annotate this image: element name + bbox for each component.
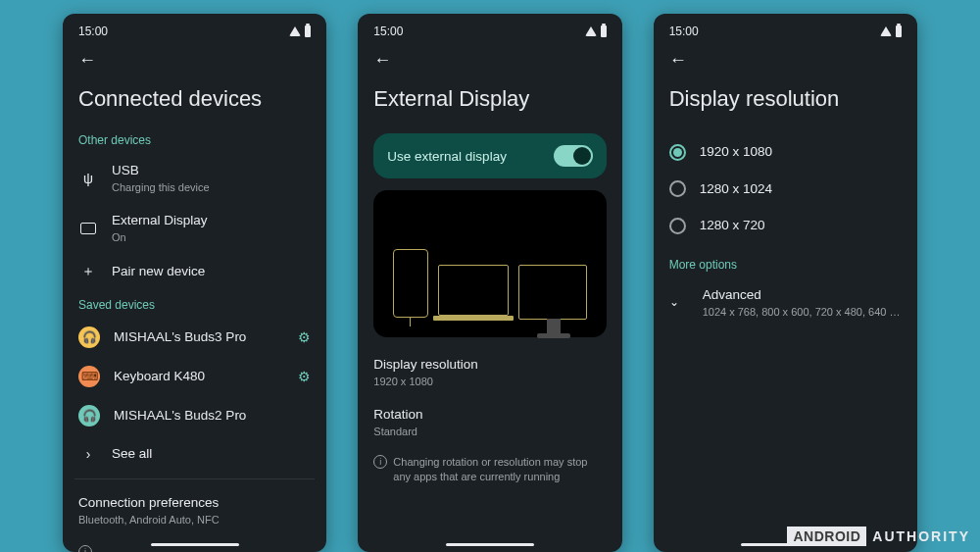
status-time: 15:00 bbox=[373, 25, 403, 38]
row-external-display[interactable]: External Display On bbox=[78, 203, 311, 253]
toggle-use-external-display[interactable]: Use external display bbox=[373, 133, 606, 178]
row-advanced[interactable]: ⌄ Advanced 1024 x 768, 800 x 600, 720 x … bbox=[669, 277, 902, 327]
saved-dev3-title: MISHAAL's Buds2 Pro bbox=[114, 407, 311, 425]
note-text: Changing rotation or resolution may stop… bbox=[393, 455, 606, 485]
battery-icon bbox=[896, 25, 902, 37]
watermark: ANDROID AUTHORITY bbox=[787, 527, 970, 546]
chevron-down-icon: ⌄ bbox=[669, 295, 689, 309]
brand-box: ANDROID bbox=[787, 527, 866, 546]
res-sub: 1920 x 1080 bbox=[373, 375, 606, 388]
wifi-icon bbox=[289, 26, 301, 36]
usb-icon: ψ bbox=[78, 169, 98, 188]
resolution-option-1920x1080[interactable]: 1920 x 1080 bbox=[669, 133, 902, 171]
row-ext-title: External Display bbox=[112, 212, 311, 229]
back-button[interactable]: ← bbox=[78, 51, 96, 69]
illus-phone-icon bbox=[393, 249, 428, 318]
row-saved-device-1[interactable]: 🎧 MISHAAL's Buds3 Pro ⚙ bbox=[78, 318, 311, 357]
page-title: External Display bbox=[373, 86, 606, 112]
illus-laptop-icon bbox=[438, 265, 509, 316]
page-title: Connected devices bbox=[78, 86, 311, 112]
row-usb-sub: Charging this device bbox=[112, 180, 311, 194]
row-display-resolution[interactable]: Display resolution 1920 x 1080 bbox=[373, 347, 606, 397]
row-see-all[interactable]: › See all bbox=[78, 435, 311, 473]
status-icons bbox=[585, 25, 607, 37]
earbuds-icon: 🎧 bbox=[78, 326, 100, 348]
radio-unchecked-icon bbox=[669, 218, 686, 234]
resolution-option-1280x1024[interactable]: 1280 x 1024 bbox=[669, 171, 902, 208]
battery-icon bbox=[601, 25, 607, 37]
opt2-label: 1280 x 1024 bbox=[700, 180, 772, 198]
row-rotation[interactable]: Rotation Standard bbox=[373, 397, 606, 447]
toggle-label: Use external display bbox=[387, 149, 507, 164]
row-saved-device-3[interactable]: 🎧 MISHAAL's Buds2 Pro bbox=[78, 396, 311, 435]
section-more-options: More options bbox=[669, 258, 902, 272]
row-ext-sub: On bbox=[112, 230, 311, 244]
status-icons bbox=[289, 25, 311, 37]
status-icons bbox=[880, 25, 902, 37]
rot-title: Rotation bbox=[373, 406, 606, 424]
display-illustration bbox=[373, 190, 606, 337]
battery-icon bbox=[305, 25, 311, 37]
conn-pref-title: Connection preferences bbox=[78, 494, 311, 512]
section-other-devices: Other devices bbox=[78, 133, 311, 147]
switch-on[interactable] bbox=[554, 145, 593, 167]
back-button[interactable]: ← bbox=[373, 51, 391, 69]
status-bar: 15:00 bbox=[373, 24, 606, 39]
row-pair-title: Pair new device bbox=[112, 263, 311, 280]
row-saved-device-2[interactable]: ⌨ Keyboard K480 ⚙ bbox=[78, 357, 311, 396]
resolution-option-1280x720[interactable]: 1280 x 720 bbox=[669, 207, 902, 244]
display-icon bbox=[78, 219, 98, 238]
rot-sub: Standard bbox=[373, 425, 606, 438]
back-button[interactable]: ← bbox=[669, 51, 687, 69]
opt3-label: 1280 x 720 bbox=[700, 217, 765, 234]
radio-checked-icon bbox=[669, 144, 686, 161]
gear-icon[interactable]: ⚙ bbox=[298, 369, 311, 384]
conn-pref-sub: Bluetooth, Android Auto, NFC bbox=[78, 513, 311, 527]
nav-bar[interactable] bbox=[151, 543, 239, 546]
status-bar: 15:00 bbox=[78, 24, 311, 39]
row-usb[interactable]: ψ USB Charging this device bbox=[78, 153, 311, 203]
row-usb-title: USB bbox=[112, 162, 311, 179]
row-pair-new-device[interactable]: ＋ Pair new device bbox=[78, 253, 311, 290]
wifi-icon bbox=[585, 26, 597, 36]
earbuds-icon: 🎧 bbox=[78, 405, 100, 427]
adv-title: Advanced bbox=[703, 286, 902, 304]
screen-connected-devices: 15:00 ← Connected devices Other devices … bbox=[63, 14, 326, 552]
screen-external-display: 15:00 ← External Display Use external di… bbox=[358, 14, 621, 552]
row-connection-preferences[interactable]: Connection preferences Bluetooth, Androi… bbox=[78, 485, 311, 535]
page-title: Display resolution bbox=[669, 86, 902, 112]
adv-sub: 1024 x 768, 800 x 600, 720 x 480, 640 x.… bbox=[703, 305, 902, 319]
nav-bar[interactable] bbox=[446, 543, 534, 546]
screen-display-resolution: 15:00 ← Display resolution 1920 x 1080 1… bbox=[654, 14, 917, 552]
status-bar: 15:00 bbox=[669, 24, 902, 39]
info-icon: i bbox=[373, 455, 387, 469]
opt1-label: 1920 x 1080 bbox=[700, 143, 772, 161]
chevron-right-icon: › bbox=[78, 444, 98, 464]
info-icon: i bbox=[78, 545, 92, 552]
section-saved-devices: Saved devices bbox=[78, 298, 311, 312]
wifi-icon bbox=[880, 26, 892, 36]
divider bbox=[74, 478, 315, 479]
status-time: 15:00 bbox=[669, 25, 699, 38]
res-title: Display resolution bbox=[373, 356, 606, 374]
keyboard-icon: ⌨ bbox=[78, 366, 100, 387]
radio-unchecked-icon bbox=[669, 180, 686, 197]
brand-text: AUTHORITY bbox=[872, 528, 970, 544]
saved-dev1-title: MISHAAL's Buds3 Pro bbox=[114, 328, 284, 346]
plus-icon: ＋ bbox=[78, 262, 98, 281]
saved-dev2-title: Keyboard K480 bbox=[114, 368, 284, 385]
illus-monitor-icon bbox=[518, 265, 587, 320]
status-time: 15:00 bbox=[78, 25, 108, 38]
see-all-label: See all bbox=[112, 445, 311, 463]
rotation-note: i Changing rotation or resolution may st… bbox=[373, 455, 606, 485]
gear-icon[interactable]: ⚙ bbox=[298, 329, 311, 345]
